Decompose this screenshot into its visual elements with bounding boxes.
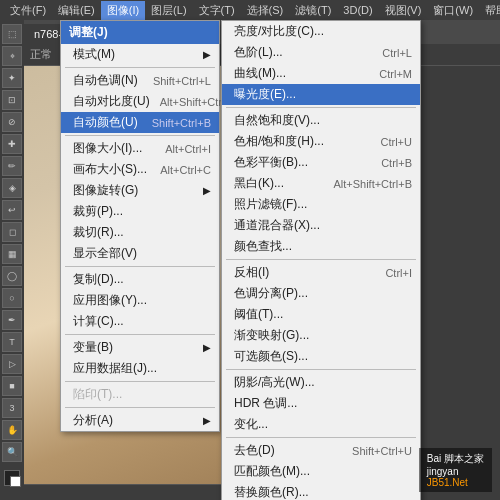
menu-item-variations[interactable]: 变化... xyxy=(222,414,420,435)
menu-item-show-all[interactable]: 显示全部(V) xyxy=(61,243,219,264)
arrow-icon-variables: ▶ xyxy=(203,342,211,353)
menubar-item-select[interactable]: 选择(S) xyxy=(241,1,290,20)
menu-item-calculation[interactable]: 计算(C)... xyxy=(61,311,219,332)
separator-sec-2 xyxy=(226,259,416,260)
foreground-color[interactable] xyxy=(4,470,20,486)
menu-item-vibrance[interactable]: 自然饱和度(V)... xyxy=(222,110,420,131)
menu-primary-header: 调整(J) xyxy=(61,21,219,44)
shortcut-color-balance: Ctrl+B xyxy=(381,157,412,169)
menu-item-replace-color-label: 替换颜色(R)... xyxy=(234,484,309,500)
shortcut-image-size: Alt+Ctrl+I xyxy=(165,143,211,155)
menu-item-brightness[interactable]: 亮度/对比度(C)... xyxy=(222,21,420,42)
tool-text[interactable]: T xyxy=(2,332,22,352)
menu-item-exposure[interactable]: 曝光度(E)... xyxy=(222,84,420,105)
tool-crop[interactable]: ⊡ xyxy=(2,90,22,110)
tool-pen[interactable]: ✒ xyxy=(2,310,22,330)
menu-item-replace-color[interactable]: 替换颜色(R)... xyxy=(222,482,420,500)
shortcut-canvas-size: Alt+Ctrl+C xyxy=(160,164,211,176)
menu-item-desaturate[interactable]: 去色(D) Shift+Ctrl+U xyxy=(222,440,420,461)
menu-item-image-size[interactable]: 图像大小(I)... Alt+Ctrl+I xyxy=(61,138,219,159)
tool-zoom[interactable]: 🔍 xyxy=(2,442,22,462)
menu-item-mode[interactable]: 模式(M) ▶ xyxy=(61,44,219,65)
tool-lasso[interactable]: ⌖ xyxy=(2,46,22,66)
menu-item-calculation-label: 计算(C)... xyxy=(73,313,124,330)
menubar-item-help[interactable]: 帮助(H) xyxy=(479,1,500,20)
menubar-item-window[interactable]: 窗口(W) xyxy=(427,1,479,20)
menu-item-trim[interactable]: 裁切(R)... xyxy=(61,222,219,243)
menu-item-auto-contrast[interactable]: 自动对比度(U) Alt+Shift+Ctrl+L xyxy=(61,91,219,112)
menu-item-match-color[interactable]: 匹配颜色(M)... xyxy=(222,461,420,482)
menubar-item-file[interactable]: 文件(F) xyxy=(4,1,52,20)
menu-item-bw-label: 黑白(K)... xyxy=(234,175,284,192)
menu-item-posterize[interactable]: 色调分离(P)... xyxy=(222,283,420,304)
menu-item-image-rotate[interactable]: 图像旋转(G) ▶ xyxy=(61,180,219,201)
watermark: Bai 脚本之家 jingyan JB51.Net xyxy=(419,448,492,492)
menubar-item-view[interactable]: 视图(V) xyxy=(379,1,428,20)
tool-blur[interactable]: ◯ xyxy=(2,266,22,286)
menu-item-trim-label: 裁切(R)... xyxy=(73,224,124,241)
menubar-item-filter[interactable]: 滤镜(T) xyxy=(289,1,337,20)
shortcut-hue-sat: Ctrl+U xyxy=(381,136,412,148)
menu-item-bw[interactable]: 黑白(K)... Alt+Shift+Ctrl+B xyxy=(222,173,420,194)
separator-3 xyxy=(65,266,215,267)
watermark-line2: jingyan xyxy=(427,466,484,477)
tool-hand[interactable]: ✋ xyxy=(2,420,22,440)
menu-item-auto-contrast-label: 自动对比度(U) xyxy=(73,93,150,110)
tool-clone[interactable]: ◈ xyxy=(2,178,22,198)
tool-gradient[interactable]: ▦ xyxy=(2,244,22,264)
menu-item-crop[interactable]: 裁剪(P)... xyxy=(61,201,219,222)
menu-item-invert[interactable]: 反相(I) Ctrl+I xyxy=(222,262,420,283)
menubar-item-image[interactable]: 图像(I) xyxy=(101,1,145,20)
menu-item-duplicate[interactable]: 复制(D)... xyxy=(61,269,219,290)
menu-item-analysis-label: 分析(A) xyxy=(73,412,113,429)
menu-item-hdr-toning[interactable]: HDR 色调... xyxy=(222,393,420,414)
menu-item-duplicate-label: 复制(D)... xyxy=(73,271,124,288)
separator-sec-3 xyxy=(226,369,416,370)
menu-item-selective-color[interactable]: 可选颜色(S)... xyxy=(222,346,420,367)
separator-sec-1 xyxy=(226,107,416,108)
tool-dodge[interactable]: ○ xyxy=(2,288,22,308)
menu-item-color-lookup[interactable]: 颜色查找... xyxy=(222,236,420,257)
menu-item-vibrance-label: 自然饱和度(V)... xyxy=(234,112,320,129)
menubar-item-edit[interactable]: 编辑(E) xyxy=(52,1,101,20)
menubar-item-text[interactable]: 文字(T) xyxy=(193,1,241,20)
tool-eyedropper[interactable]: ⊘ xyxy=(2,112,22,132)
separator-4 xyxy=(65,334,215,335)
menu-item-curves[interactable]: 曲线(M)... Ctrl+M xyxy=(222,63,420,84)
menu-item-gradient-map-label: 渐变映射(G)... xyxy=(234,327,309,344)
menu-item-shadows-highlights[interactable]: 阴影/高光(W)... xyxy=(222,372,420,393)
menu-item-canvas-size[interactable]: 画布大小(S)... Alt+Ctrl+C xyxy=(61,159,219,180)
menu-item-match-color-label: 匹配颜色(M)... xyxy=(234,463,310,480)
tool-history-brush[interactable]: ↩ xyxy=(2,200,22,220)
menu-item-color-balance[interactable]: 色彩平衡(B)... Ctrl+B xyxy=(222,152,420,173)
shortcut-desaturate: Shift+Ctrl+U xyxy=(352,445,412,457)
menubar-item-layer[interactable]: 图层(L) xyxy=(145,1,192,20)
menu-item-gradient-map[interactable]: 渐变映射(G)... xyxy=(222,325,420,346)
menubar-item-3d[interactable]: 3D(D) xyxy=(337,2,378,18)
tool-path-select[interactable]: ▷ xyxy=(2,354,22,374)
menu-item-trap-label: 陷印(T)... xyxy=(73,386,122,403)
watermark-line3: JB51.Net xyxy=(427,477,484,488)
menu-item-variables-label: 变量(B) xyxy=(73,339,113,356)
menu-item-apply-data[interactable]: 应用数据组(J)... xyxy=(61,358,219,379)
shortcut-levels: Ctrl+L xyxy=(382,47,412,59)
tool-eraser[interactable]: ◻ xyxy=(2,222,22,242)
tool-shape[interactable]: ■ xyxy=(2,376,22,396)
tool-marquee[interactable]: ⬚ xyxy=(2,24,22,44)
tool-brush[interactable]: ✏ xyxy=(2,156,22,176)
menu-item-levels[interactable]: 色阶(L)... Ctrl+L xyxy=(222,42,420,63)
menu-item-trap[interactable]: 陷印(T)... xyxy=(61,384,219,405)
tool-3d[interactable]: 3 xyxy=(2,398,22,418)
menu-item-auto-color[interactable]: 自动颜色(U) Shift+Ctrl+B xyxy=(61,112,219,133)
menu-item-photo-filter[interactable]: 照片滤镜(F)... xyxy=(222,194,420,215)
menu-item-channel-mixer[interactable]: 通道混合器(X)... xyxy=(222,215,420,236)
tool-heal[interactable]: ✚ xyxy=(2,134,22,154)
menu-item-hue-sat[interactable]: 色相/饱和度(H)... Ctrl+U xyxy=(222,131,420,152)
menu-item-threshold[interactable]: 阈值(T)... xyxy=(222,304,420,325)
menu-item-analysis[interactable]: 分析(A) ▶ xyxy=(61,410,219,431)
menu-item-threshold-label: 阈值(T)... xyxy=(234,306,283,323)
menu-item-apply-image[interactable]: 应用图像(Y)... xyxy=(61,290,219,311)
menu-item-auto-tone[interactable]: 自动色调(N) Shift+Ctrl+L xyxy=(61,70,219,91)
menu-item-variables[interactable]: 变量(B) ▶ xyxy=(61,337,219,358)
tool-magic-wand[interactable]: ✦ xyxy=(2,68,22,88)
